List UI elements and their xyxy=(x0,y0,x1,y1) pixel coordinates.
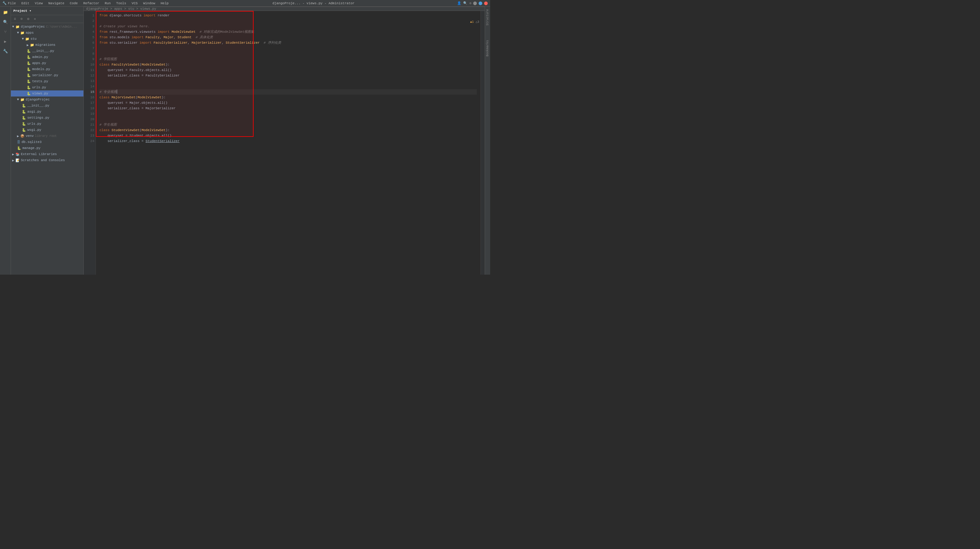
py-icon-admin: 🐍 xyxy=(27,55,31,59)
tree-item-admin[interactable]: 🐍 admin.py xyxy=(11,54,83,60)
tree-item-stu[interactable]: ▼ 📁 stu xyxy=(11,36,83,42)
code-line-1: from django.shortcuts import render xyxy=(100,13,477,18)
tree-label-djp2: djangoProjec xyxy=(26,98,50,101)
code-line-19 xyxy=(100,111,477,117)
code-line-15: # 专业视图 xyxy=(100,89,477,95)
locate-btn[interactable]: ⊙ xyxy=(19,16,24,22)
code-line-8 xyxy=(100,51,477,56)
tree-item-scratches[interactable]: ▶ 📝 Scratches and Consoles xyxy=(11,157,83,163)
py-icon-urls2: 🐍 xyxy=(22,122,26,126)
titlebar-title: djangoProje... - views.py - Administrato… xyxy=(170,2,457,5)
tree-item-init1[interactable]: 🐍 __init__.py xyxy=(11,48,83,54)
menu-view[interactable]: View xyxy=(33,1,44,6)
py-icon-apps: 🐍 xyxy=(27,61,31,65)
tree-item-init2[interactable]: 🐍 __init__.py xyxy=(11,102,83,109)
py-icon-asgi: 🐍 xyxy=(22,110,26,114)
search-icon[interactable]: 🔍 xyxy=(463,1,468,5)
tree-label-urls2: urls.py xyxy=(27,122,41,126)
tree-label-root: djangoProjec xyxy=(21,25,45,29)
tree-label-db: db.sqlite3 xyxy=(22,140,41,144)
tree-item-settings[interactable]: 🐍 settings.py xyxy=(11,115,83,121)
activity-vcs[interactable]: ⑂ xyxy=(1,27,10,37)
menu-run[interactable]: Run xyxy=(103,1,112,6)
code-line-9: # 学院视图 xyxy=(100,56,477,62)
code-line-2 xyxy=(100,18,477,24)
minimize-btn[interactable] xyxy=(473,2,477,5)
user-icon: 👤 xyxy=(457,1,461,5)
expand-ext-icon: ▶ xyxy=(12,152,14,156)
tree-item-apps-py[interactable]: 🐍 apps.py xyxy=(11,60,83,66)
menu-window[interactable]: Window xyxy=(142,1,156,6)
tree-label-settings: settings.py xyxy=(27,116,49,120)
code-content[interactable]: from django.shortcuts import render # Cr… xyxy=(96,11,480,274)
code-line-3: # Create your views here. xyxy=(100,24,477,29)
db-icon: 🗄 xyxy=(17,140,20,144)
tree-item-venv[interactable]: ▶ 📦 venv library root xyxy=(11,133,83,139)
menu-refactor[interactable]: Refactor xyxy=(82,1,100,6)
sidebar-toolbar: ≡ ⊙ ⚙ ✕ xyxy=(11,15,83,23)
tree-item-serializer[interactable]: 🐍 serializer.py xyxy=(11,72,83,78)
tree-item-wsgi[interactable]: 🐍 wsgi.py xyxy=(11,127,83,133)
expand-stu-icon: ▼ xyxy=(22,37,24,41)
tree-item-views[interactable]: 🐍 views.py xyxy=(11,91,83,96)
code-line-24: serializer_class = StudentSerializer xyxy=(100,138,477,144)
editor-area: 12345 678910 11121314 15 1617181920 2122… xyxy=(84,11,485,274)
py-icon-urls: 🐍 xyxy=(27,86,31,89)
sidebar-header: Project ▾ xyxy=(11,7,83,15)
tree-item-urls[interactable]: 🐍 urls.py xyxy=(11,85,83,91)
menu-help[interactable]: Help xyxy=(159,1,170,6)
tree-item-db[interactable]: 🗄 db.sqlite3 xyxy=(11,139,83,145)
menu-code[interactable]: Code xyxy=(68,1,79,6)
tree-item-asgi[interactable]: 🐍 asgi.py xyxy=(11,109,83,115)
tree-label-models: models.py xyxy=(32,67,50,71)
code-line-11: queryset = Faculty.objects.all() xyxy=(100,67,477,73)
titlebar-controls: 👤 🔍 ⚙ xyxy=(457,1,488,5)
code-line-7 xyxy=(100,46,477,51)
tree-label-asgi: asgi.py xyxy=(27,110,41,113)
project-label: Project ▾ xyxy=(13,9,31,13)
scratches-icon: 📝 xyxy=(16,158,20,162)
activity-plugins[interactable]: 🔧 xyxy=(1,47,10,56)
tree-item-models[interactable]: 🐍 models.py xyxy=(11,66,83,72)
code-line-16: class MajorViewSet(ModelViewSet): xyxy=(100,95,477,100)
code-line-10: class FacultyViewSet(ModelViewSet): xyxy=(100,62,477,67)
expand-scratches-icon: ▶ xyxy=(12,158,14,162)
root-path: C:\Users\Admin... xyxy=(46,25,77,29)
tree-item-djangoprojec2[interactable]: ▼ 📁 djangoProjec xyxy=(11,96,83,102)
menu-file[interactable]: File xyxy=(7,1,17,6)
close-btn[interactable] xyxy=(484,2,488,5)
activity-bar: 📁 🔍 ⑂ ▶ 🔧 xyxy=(0,7,11,274)
expand-djp-icon: ▼ xyxy=(17,98,19,101)
tree-item-apps[interactable]: ▼ 📁 apps xyxy=(11,30,83,36)
menu-edit[interactable]: Edit xyxy=(20,1,30,6)
collapse-all-btn[interactable]: ≡ xyxy=(12,16,18,22)
tree-item-tests[interactable]: 🐍 tests.py xyxy=(11,78,83,85)
settings-icon[interactable]: ⚙ xyxy=(469,1,471,5)
tree-label-ext: External Libraries xyxy=(21,152,57,156)
tree-item-root[interactable]: ▼ 📁 djangoProjec C:\Users\Admin... xyxy=(11,24,83,30)
tree-item-migrations[interactable]: ▶ 📁 migrations xyxy=(11,42,83,48)
tree-item-ext-libs[interactable]: ▶ 📚 External Libraries xyxy=(11,151,83,157)
py-icon: 🐍 xyxy=(27,49,31,53)
warning-strip: ▲1 △3 xyxy=(469,19,480,24)
activity-run[interactable]: ▶ xyxy=(1,37,10,46)
breadcrumb-path: djangoProje > apps > stu > views.py xyxy=(86,7,156,11)
tree-label-tests: tests.py xyxy=(32,80,48,83)
menu-tools[interactable]: Tools xyxy=(115,1,127,6)
tree-item-manage[interactable]: 🐍 manage.py xyxy=(11,145,83,151)
app-logo: 🔧 xyxy=(2,1,7,5)
menu-vcs[interactable]: VCS xyxy=(130,1,139,6)
tree-item-urls2[interactable]: 🐍 urls.py xyxy=(11,121,83,127)
titlebar: 🔧 File Edit View Navigate Code Refactor … xyxy=(0,0,490,7)
settings-small-btn[interactable]: ⚙ xyxy=(25,16,31,22)
activity-search[interactable]: 🔍 xyxy=(1,18,10,27)
activity-project[interactable]: 📁 xyxy=(1,8,10,17)
menu-navigate[interactable]: Navigate xyxy=(47,1,65,6)
code-editor[interactable]: 12345 678910 11121314 15 1617181920 2122… xyxy=(84,11,485,274)
titlebar-left: 🔧 xyxy=(2,1,7,5)
maximize-btn[interactable] xyxy=(479,2,482,5)
code-line-17: queryset = Major.objects.all() xyxy=(100,100,477,105)
breadcrumb: djangoProje > apps > stu > views.py xyxy=(84,7,485,11)
sidebar: Project ▾ ≡ ⊙ ⚙ ✕ ▼ 📁 djangoProjec C:\Us… xyxy=(11,7,84,274)
close-sidebar-btn[interactable]: ✕ xyxy=(32,16,38,22)
